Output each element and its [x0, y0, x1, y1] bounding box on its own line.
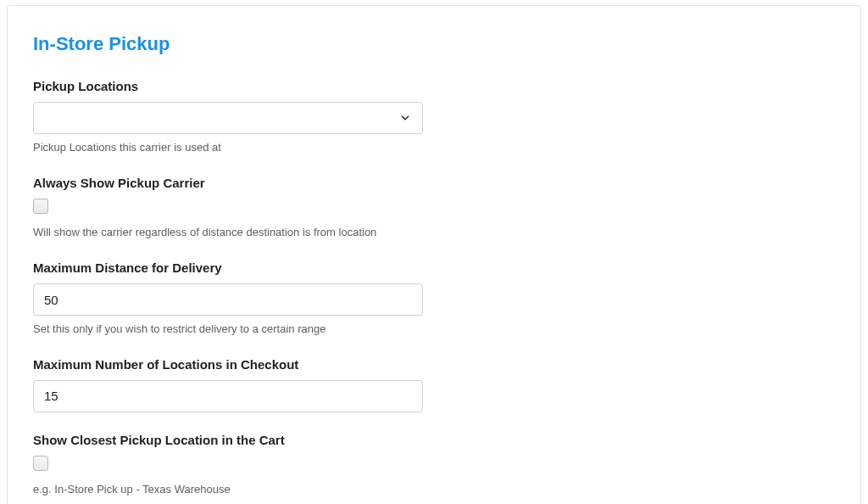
maximum-locations-label: Maximum Number of Locations in Checkout: [33, 357, 423, 372]
field-maximum-distance: Maximum Distance for Delivery Set this o…: [33, 260, 423, 337]
field-show-closest-in-cart: Show Closest Pickup Location in the Cart…: [33, 433, 423, 497]
maximum-distance-help: Set this only if you wish to restrict de…: [33, 322, 423, 337]
always-show-pickup-carrier-help: Will show the carrier regardless of dist…: [33, 226, 423, 240]
pickup-locations-help: Pickup Locations this carrier is used at: [33, 141, 423, 155]
in-store-pickup-panel: In-Store Pickup Pickup Locations Pickup …: [7, 5, 861, 504]
field-pickup-locations: Pickup Locations Pickup Locations this c…: [33, 79, 423, 155]
show-closest-in-cart-help: e.g. In-Store Pick up - Texas Warehouse: [33, 483, 423, 497]
maximum-distance-label: Maximum Distance for Delivery: [33, 260, 423, 275]
show-closest-in-cart-label: Show Closest Pickup Location in the Cart: [33, 433, 423, 447]
show-closest-in-cart-checkbox[interactable]: [33, 456, 48, 471]
maximum-distance-input[interactable]: [33, 283, 423, 316]
field-maximum-locations: Maximum Number of Locations in Checkout: [33, 357, 423, 412]
pickup-locations-select[interactable]: [33, 102, 423, 134]
always-show-pickup-carrier-checkbox[interactable]: [33, 199, 48, 214]
always-show-pickup-carrier-label: Always Show Pickup Carrier: [33, 176, 423, 190]
pickup-locations-label: Pickup Locations: [33, 79, 423, 93]
maximum-locations-input[interactable]: [33, 380, 423, 412]
section-title: In-Store Pickup: [33, 33, 835, 55]
field-always-show-pickup-carrier: Always Show Pickup Carrier Will show the…: [33, 176, 423, 240]
pickup-locations-select-wrap: [33, 102, 423, 134]
